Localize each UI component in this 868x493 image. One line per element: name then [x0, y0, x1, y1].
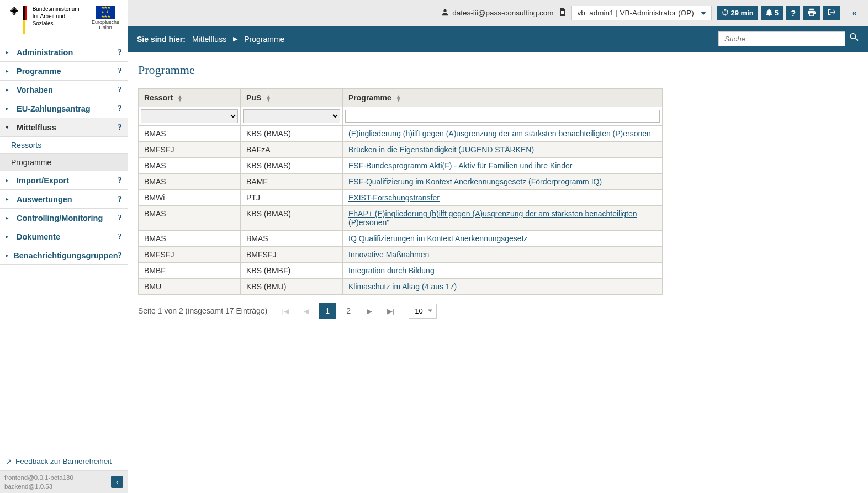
help-icon[interactable]: ? — [118, 194, 123, 204]
pagination-first-button[interactable]: |◀ — [277, 303, 294, 319]
sidebar-collapse-button[interactable]: ‹ — [111, 476, 123, 488]
help-icon[interactable]: ? — [118, 66, 123, 76]
breadcrumb-item-1[interactable]: Programme — [244, 35, 284, 44]
nav-item-dokumente[interactable]: ▸ Dokumente ? — [0, 227, 128, 246]
refresh-button[interactable]: 29 min — [717, 6, 758, 20]
pagination-last-button[interactable]: ▶| — [382, 303, 399, 319]
nav-item-auswertungen[interactable]: ▸ Auswertungen ? — [0, 190, 128, 209]
eagle-icon — [8, 6, 20, 20]
cell-pus: PTJ — [241, 190, 343, 206]
help-icon[interactable]: ? — [118, 85, 123, 94]
programme-link[interactable]: Integration durch Bildung — [348, 266, 435, 275]
help-icon[interactable]: ? — [118, 123, 123, 132]
cell-programme: ESF-Qualifizierung im Kontext Anerkennun… — [343, 174, 663, 190]
sort-icon: ▲▼ — [396, 95, 401, 102]
nav-item-programme[interactable]: ▸ Programme ? — [0, 62, 128, 81]
first-page-icon: |◀ — [282, 307, 289, 315]
cell-pus: BAMF — [241, 174, 343, 190]
expand-button[interactable]: « — [849, 8, 860, 18]
chevron-right-icon: ▸ — [6, 86, 12, 93]
nav-sub-ressorts[interactable]: Ressorts — [0, 137, 128, 154]
table-row: BMU KBS (BMU) Klimaschutz im Altag (4 au… — [139, 279, 663, 295]
programme-link[interactable]: EXIST-Forschungstransfer — [348, 193, 440, 202]
chevron-left-icon: ‹ — [116, 478, 119, 486]
cell-programme: ESF-Bundesprogramm Akti(F) - Aktiv für F… — [343, 158, 663, 174]
column-header-programme[interactable]: Programme ▲▼ — [343, 89, 663, 107]
nav-item-vorhaben[interactable]: ▸ Vorhaben ? — [0, 81, 128, 99]
nav-item-administration[interactable]: ▸ Administration ? — [0, 43, 128, 62]
pagination-next-button[interactable]: ▶ — [361, 303, 378, 319]
pagination-page-2[interactable]: 2 — [340, 303, 357, 319]
programme-link[interactable]: EhAP+ (E)ingliederung (h)ilft gegen (A)u… — [348, 209, 637, 227]
role-select[interactable]: vb_admin1 | VB-Administrator (OP) — [571, 6, 712, 20]
nav-item-controlling-monitoring[interactable]: ▸ Controlling/Monitoring ? — [0, 209, 128, 227]
table-row: BMAS BMAS IQ Qualifizierungen im Kontext… — [139, 231, 663, 247]
column-header-pus[interactable]: PuS ▲▼ — [241, 89, 343, 107]
document-icon[interactable] — [559, 8, 566, 18]
prev-page-icon: ◀ — [304, 307, 309, 315]
page-size-select[interactable]: 10 — [409, 304, 437, 319]
nav-item-mittelfluss[interactable]: ▾ Mittelfluss ? — [0, 118, 128, 137]
chevron-right-icon: ▸ — [6, 177, 12, 184]
flag-bar-icon — [23, 6, 29, 34]
main-content: dates-iii@pass-consulting.com vb_admin1 … — [128, 0, 868, 493]
filter-ressort-select[interactable] — [141, 109, 238, 123]
external-link-icon: ↗ — [6, 457, 12, 466]
programme-link[interactable]: IQ Qualifizierungen im Kontext Anerkennu… — [348, 234, 528, 243]
pagination-page-1[interactable]: 1 — [319, 303, 336, 319]
help-button[interactable]: ? — [786, 6, 800, 20]
nav-label: Auswertungen — [17, 195, 118, 204]
table-row: BMAS KBS (BMAS) EhAP+ (E)ingliederung (h… — [139, 206, 663, 231]
table-row: BMFSFJ BMFSFJ Innovative Maßnahmen — [139, 247, 663, 263]
breadcrumb-bar: Sie sind hier: Mittelfluss ▶ Programme — [128, 26, 868, 52]
help-icon[interactable]: ? — [118, 104, 123, 113]
help-icon[interactable]: ? — [118, 213, 123, 222]
programme-link[interactable]: Klimaschutz im Altag (4 aus 17) — [348, 282, 457, 291]
help-icon[interactable]: ? — [118, 47, 123, 57]
chevron-right-icon: ▸ — [6, 195, 12, 203]
programme-link[interactable]: Innovative Maßnahmen — [348, 250, 429, 259]
nav-label: Mittelfluss — [17, 123, 118, 132]
feedback-link[interactable]: ↗ Feedback zur Barrierefreiheit — [0, 453, 128, 471]
search-icon — [850, 33, 859, 43]
programme-link[interactable]: ESF-Bundesprogramm Akti(F) - Aktiv für F… — [348, 161, 572, 170]
column-header-ressort[interactable]: Ressort ▲▼ — [139, 89, 241, 107]
programme-link[interactable]: (E)ingliederung (h)ilft gegen (A)usgrenz… — [348, 129, 651, 138]
nav-item-eu-zahlungsantrag[interactable]: ▸ EU-Zahlungsantrag ? — [0, 99, 128, 118]
programme-link[interactable]: ESF-Qualifizierung im Kontext Anerkennun… — [348, 177, 602, 186]
print-button[interactable] — [803, 6, 820, 20]
nav-item-import-export[interactable]: ▸ Import/Export ? — [0, 171, 128, 190]
search-button[interactable] — [850, 33, 859, 45]
help-icon[interactable]: ? — [118, 251, 123, 260]
search-input[interactable] — [718, 31, 845, 46]
filter-pus-select[interactable] — [243, 109, 340, 123]
nav-label: Programme — [17, 67, 118, 76]
last-page-icon: ▶| — [387, 307, 394, 315]
logout-button[interactable] — [823, 6, 840, 20]
nav-item-benachrichtigungsgruppen[interactable]: ▸ Benachrichtigungsgruppen ? — [0, 246, 128, 265]
cell-ressort: BMFSFJ — [139, 142, 241, 158]
nav-sub-programme[interactable]: Programme — [0, 154, 128, 171]
programme-link[interactable]: Brücken in die Eigenständigkeit (JUGEND … — [348, 145, 534, 154]
breadcrumb-item-0[interactable]: Mittelfluss — [192, 35, 226, 44]
nav-label: Import/Export — [17, 176, 118, 185]
notifications-button[interactable]: 5 — [761, 6, 783, 20]
help-icon[interactable]: ? — [118, 176, 123, 185]
nav-label: Benachrichtigungsgruppen — [13, 251, 118, 260]
cell-ressort: BMAS — [139, 174, 241, 190]
print-icon — [808, 8, 816, 18]
sidebar-header: Bundesministerium für Arbeit und Soziale… — [0, 0, 128, 43]
pagination-info: Seite 1 von 2 (insgesamt 17 Einträge) — [138, 306, 267, 315]
help-icon[interactable]: ? — [118, 232, 123, 241]
eu-stars-icon: ★ ★ ★★ ★★ ★ ★ — [101, 6, 110, 19]
table-row: BMWi PTJ EXIST-Forschungstransfer — [139, 190, 663, 206]
sort-icon: ▲▼ — [177, 95, 183, 102]
table-row: BMAS KBS (BMAS) ESF-Bundesprogramm Akti(… — [139, 158, 663, 174]
cell-ressort: BMU — [139, 279, 241, 295]
pagination-prev-button[interactable]: ◀ — [298, 303, 315, 319]
filter-programme-input[interactable] — [345, 110, 660, 123]
next-page-icon: ▶ — [367, 307, 372, 315]
chevron-double-left-icon: « — [852, 8, 857, 18]
bell-icon — [766, 9, 772, 18]
eu-logo: ★ ★ ★★ ★★ ★ ★ Europäische Union — [92, 6, 119, 31]
